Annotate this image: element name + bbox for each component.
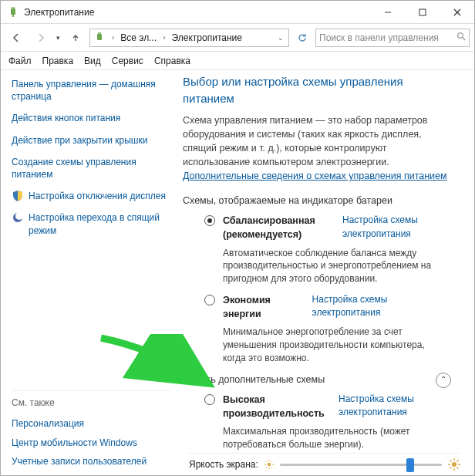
plan-powersaver-name: Экономия энергии [223, 293, 305, 321]
page-title: Выбор или настройка схемы управления пит… [183, 73, 451, 107]
svg-rect-2 [14, 7, 15, 9]
refresh-button[interactable] [292, 29, 312, 47]
page-description: Схема управления питанием — это набор па… [183, 113, 451, 184]
battery-plans-label: Схемы, отображаемые на индикаторе батаре… [183, 194, 451, 208]
titlebar: Электропитание [1, 1, 474, 24]
see-also-heading: См. также [12, 390, 170, 408]
brightness-slider[interactable] [280, 464, 442, 466]
plan-powersaver-settings-link[interactable]: Настройка схемы электропитания [312, 293, 446, 320]
breadcrumb[interactable]: › Все эл... › Электропитание ⌄ [89, 29, 289, 47]
sidebar-mobility-center[interactable]: Центр мобильности Windows [12, 437, 170, 449]
sidebar: Панель управления — домашняя страница Де… [1, 70, 178, 475]
menu-service[interactable]: Сервис [112, 56, 143, 66]
svg-line-22 [271, 461, 272, 462]
sidebar-personalization[interactable]: Персонализация [12, 417, 170, 430]
svg-line-32 [450, 468, 452, 469]
plan-high-performance: Высокая производительность Настройка схе… [204, 393, 451, 451]
plan-balanced-name: Сбалансированная (рекомендуется) [223, 214, 335, 241]
plan-high-performance-name: Высокая производительность [223, 393, 331, 420]
window-title: Электропитание [24, 7, 370, 18]
chevron-up-icon: ⌃ [440, 374, 446, 386]
svg-rect-0 [11, 8, 15, 15]
svg-line-20 [266, 461, 267, 462]
plan-high-performance-desc: Максимальная производительность (может п… [223, 425, 446, 451]
history-dropdown-icon[interactable]: ▾ [55, 34, 62, 42]
menu-file[interactable]: Файл [8, 56, 32, 66]
svg-line-23 [266, 467, 267, 468]
svg-point-14 [15, 212, 23, 220]
sun-large-icon [448, 458, 460, 471]
svg-rect-8 [97, 34, 102, 40]
up-button[interactable] [65, 28, 86, 48]
svg-point-11 [458, 33, 463, 39]
learn-more-link[interactable]: Дополнительные сведения о схемах управле… [183, 170, 447, 181]
hide-additional-label: Скрыть дополнительные схемы [183, 373, 325, 387]
svg-point-24 [452, 462, 456, 467]
sidebar-create-plan[interactable]: Создание схемы управления питанием [12, 156, 170, 181]
main-panel: Выбор или настройка схемы управления пит… [178, 70, 474, 475]
forward-button[interactable] [30, 28, 52, 48]
svg-rect-10 [100, 32, 102, 35]
plan-powersaver-radio[interactable] [204, 295, 215, 306]
plan-balanced-desc: Автоматическое соблюдение баланса между … [223, 247, 446, 285]
back-button[interactable] [5, 28, 27, 48]
svg-rect-1 [12, 7, 13, 9]
power-options-icon [93, 32, 106, 44]
brightness-slider-thumb[interactable] [406, 458, 414, 472]
breadcrumb-item[interactable]: Все эл... [120, 32, 157, 43]
svg-rect-5 [419, 9, 426, 15]
plan-balanced-settings-link[interactable]: Настройка схемы электропитания [342, 214, 446, 241]
chevron-right-icon[interactable]: › [160, 33, 168, 42]
search-input[interactable] [319, 32, 456, 43]
plan-balanced-radio[interactable] [204, 215, 215, 226]
navbar: ▾ › Все эл... › Электропитание ⌄ [1, 24, 474, 52]
sidebar-user-accounts[interactable]: Учетные записи пользователей [12, 455, 170, 468]
sidebar-lid-action[interactable]: Действие при закрытии крышки [12, 134, 170, 147]
svg-point-15 [268, 463, 271, 466]
svg-line-29 [450, 461, 452, 462]
minimize-button[interactable] [370, 1, 405, 24]
chevron-down-icon[interactable]: ⌄ [276, 34, 285, 42]
maximize-button[interactable] [405, 1, 440, 24]
hide-additional-row: Скрыть дополнительные схемы ⌃ [183, 373, 451, 388]
collapse-toggle[interactable]: ⌃ [436, 373, 451, 388]
sidebar-home[interactable]: Панель управления — домашняя страница [12, 78, 170, 103]
brightness-row: Яркость экрана: [189, 453, 460, 471]
svg-line-21 [271, 467, 272, 468]
menu-edit[interactable]: Правка [42, 56, 74, 66]
svg-rect-3 [12, 15, 14, 17]
plan-high-performance-settings-link[interactable]: Настройка схемы электропитания [339, 393, 446, 420]
sidebar-display-off[interactable]: Настройка отключения дисплея [12, 190, 170, 202]
search-box[interactable] [315, 29, 470, 47]
close-button[interactable] [440, 1, 474, 24]
shield-icon [12, 190, 24, 202]
moon-icon [12, 211, 24, 224]
svg-line-12 [463, 38, 465, 40]
search-icon [456, 32, 466, 43]
menu-view[interactable]: Вид [84, 56, 101, 66]
sidebar-sleep[interactable]: Настройка перехода в спящий режим [12, 211, 170, 236]
sidebar-power-buttons[interactable]: Действия кнопок питания [12, 112, 170, 124]
plan-high-performance-radio[interactable] [204, 394, 215, 405]
svg-rect-9 [98, 32, 99, 35]
plan-balanced: Сбалансированная (рекомендуется) Настрой… [204, 214, 451, 285]
svg-line-30 [457, 468, 459, 469]
plan-powersaver: Экономия энергии Настройка схемы электро… [204, 293, 451, 365]
power-options-icon [7, 6, 19, 19]
chevron-right-icon[interactable]: › [109, 33, 117, 42]
svg-line-31 [457, 461, 459, 462]
plan-powersaver-desc: Минимальное энергопотребление за счет ум… [223, 326, 446, 364]
menubar: Файл Правка Вид Сервис Справка [1, 52, 474, 70]
menu-help[interactable]: Справка [154, 56, 190, 66]
breadcrumb-item[interactable]: Электропитание [172, 32, 242, 43]
brightness-label: Яркость экрана: [189, 459, 258, 470]
sun-small-icon [264, 460, 274, 469]
